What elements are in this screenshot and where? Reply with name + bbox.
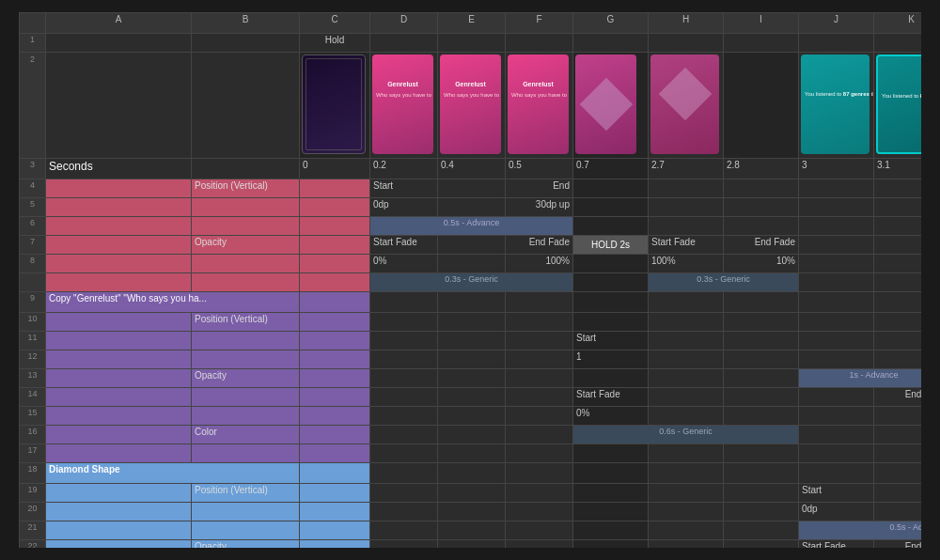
- cell-8e[interactable]: [438, 255, 506, 273]
- cell-7a[interactable]: [46, 236, 192, 255]
- cell-6i[interactable]: [724, 217, 799, 236]
- cell-17d[interactable]: [370, 444, 438, 463]
- cell-9g[interactable]: [573, 273, 649, 292]
- cell-8j[interactable]: [799, 255, 874, 273]
- cell-10k[interactable]: [874, 313, 922, 332]
- cell-8d[interactable]: 0%: [370, 255, 438, 273]
- cell-7d[interactable]: Start Fade: [370, 236, 438, 255]
- cell-4f[interactable]: End: [506, 179, 573, 198]
- cell-12g[interactable]: 1: [573, 350, 649, 369]
- cell-3h[interactable]: 2.7: [649, 159, 724, 179]
- cell-6h[interactable]: [649, 217, 724, 236]
- cell-18e[interactable]: [438, 463, 506, 484]
- cell-22e[interactable]: [438, 540, 506, 549]
- cell-11k[interactable]: [874, 332, 922, 350]
- cell-5i[interactable]: [724, 198, 799, 217]
- cell-9g2[interactable]: [573, 292, 649, 313]
- cell-4g[interactable]: [573, 179, 649, 198]
- cell-3b[interactable]: [192, 159, 300, 179]
- cell-5c[interactable]: [300, 198, 370, 217]
- cell-20a[interactable]: [46, 503, 192, 521]
- col-header-f[interactable]: F: [506, 13, 573, 34]
- cell-22h[interactable]: [649, 540, 724, 549]
- cell-7i[interactable]: End Fade: [724, 236, 799, 255]
- cell-17a[interactable]: [46, 444, 192, 463]
- cell-9j2[interactable]: [799, 292, 874, 313]
- cell-13j[interactable]: 1s - Advance: [799, 369, 922, 388]
- cell-16e[interactable]: [438, 426, 506, 444]
- cell-16k[interactable]: [874, 426, 922, 444]
- cell-17j[interactable]: [799, 444, 874, 463]
- cell-11e[interactable]: [438, 332, 506, 350]
- cell-17h[interactable]: [649, 444, 724, 463]
- cell-14b[interactable]: [192, 388, 300, 407]
- cell-22f[interactable]: [506, 540, 573, 549]
- cell-13h[interactable]: [649, 369, 724, 388]
- cell-11h[interactable]: [649, 332, 724, 350]
- cell-4e[interactable]: [438, 179, 506, 198]
- cell-6a[interactable]: [46, 217, 192, 236]
- cell-22b[interactable]: Opacity: [192, 540, 300, 549]
- cell-6j[interactable]: [799, 217, 874, 236]
- cell-19c[interactable]: [300, 484, 370, 503]
- cell-14e[interactable]: [438, 388, 506, 407]
- cell-3e[interactable]: 0.4: [438, 159, 506, 179]
- cell-22j[interactable]: Start Fade: [799, 540, 874, 549]
- cell-17c[interactable]: [300, 444, 370, 463]
- cell-9k2[interactable]: [874, 292, 922, 313]
- cell-15a[interactable]: [46, 407, 192, 426]
- cell-3a[interactable]: Seconds: [46, 159, 192, 179]
- cell-1f[interactable]: [506, 34, 573, 53]
- col-header-a[interactable]: A: [46, 13, 192, 34]
- cell-9d[interactable]: 0.3s - Generic: [370, 273, 573, 292]
- cell-19a[interactable]: [46, 484, 192, 503]
- cell-8b[interactable]: [192, 255, 300, 273]
- cell-7k[interactable]: [874, 236, 922, 255]
- cell-8h[interactable]: 100%: [649, 255, 724, 273]
- cell-14i[interactable]: [724, 388, 799, 407]
- cell-10j[interactable]: [799, 313, 874, 332]
- cell-18d[interactable]: [370, 463, 438, 484]
- cell-15i[interactable]: [724, 407, 799, 426]
- cell-20i[interactable]: [724, 503, 799, 521]
- cell-20j[interactable]: 0dp: [799, 503, 874, 521]
- cell-15c[interactable]: [300, 407, 370, 426]
- cell-21h[interactable]: [649, 521, 724, 540]
- cell-3f[interactable]: 0.5: [506, 159, 573, 179]
- cell-3c[interactable]: 0: [300, 159, 370, 179]
- cell-3k[interactable]: 3.1: [874, 159, 922, 179]
- cell-22k[interactable]: End Fade: [874, 540, 922, 549]
- cell-21c[interactable]: [300, 521, 370, 540]
- cell-5g[interactable]: [573, 198, 649, 217]
- cell-18j[interactable]: [799, 463, 874, 484]
- cell-8f[interactable]: 100%: [506, 255, 573, 273]
- cell-9f2[interactable]: [506, 292, 573, 313]
- cell-12h[interactable]: [649, 350, 724, 369]
- cell-11b[interactable]: [192, 332, 300, 350]
- cell-6g[interactable]: [573, 217, 649, 236]
- cell-11g[interactable]: Start: [573, 332, 649, 350]
- cell-12f[interactable]: [506, 350, 573, 369]
- cell-18k[interactable]: [874, 463, 922, 484]
- cell-6c[interactable]: [300, 217, 370, 236]
- cell-3j[interactable]: 3: [799, 159, 874, 179]
- cell-13f[interactable]: [506, 369, 573, 388]
- cell-21f[interactable]: [506, 521, 573, 540]
- cell-22g[interactable]: [573, 540, 649, 549]
- cell-16a[interactable]: [46, 426, 192, 444]
- cell-9h[interactable]: 0.3s - Generic: [649, 273, 799, 292]
- cell-1h[interactable]: [649, 34, 724, 53]
- cell-9c2[interactable]: [300, 292, 370, 313]
- cell-13i[interactable]: [724, 369, 799, 388]
- cell-13e[interactable]: [438, 369, 506, 388]
- cell-19d[interactable]: [370, 484, 438, 503]
- cell-5f[interactable]: 30dp up: [506, 198, 573, 217]
- col-header-d[interactable]: D: [370, 13, 438, 34]
- cell-10g[interactable]: [573, 313, 649, 332]
- cell-10a[interactable]: [46, 313, 192, 332]
- cell-13d[interactable]: [370, 369, 438, 388]
- cell-12b[interactable]: [192, 350, 300, 369]
- cell-5k[interactable]: [874, 198, 922, 217]
- cell-1a[interactable]: [46, 34, 192, 53]
- cell-20k[interactable]: [874, 503, 922, 521]
